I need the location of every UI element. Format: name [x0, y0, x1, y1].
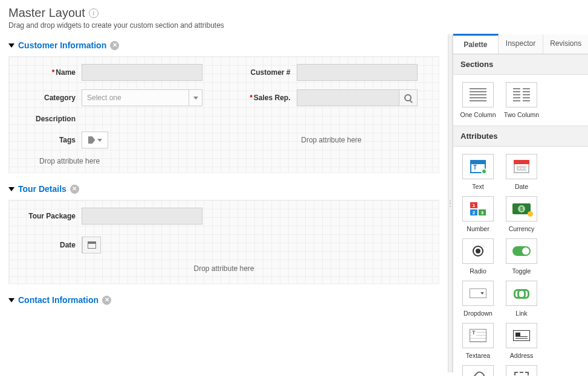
tab-palette[interactable]: Palette — [453, 34, 499, 54]
link-icon — [514, 289, 529, 298]
toggle-icon — [512, 246, 531, 256]
widget-toggle[interactable]: Toggle — [504, 238, 539, 275]
widget-one-column[interactable]: One Column — [460, 82, 496, 118]
calendar-icon — [88, 241, 96, 249]
field-label: Tags — [59, 136, 76, 144]
page-subtitle: Drag and drop widgets to create your cus… — [8, 21, 580, 30]
name-input[interactable] — [82, 64, 202, 81]
text-icon — [470, 160, 486, 173]
section-tour-details: Tour Details ✕ Tour Package Date — [8, 184, 439, 284]
widget-text[interactable]: Text — [460, 154, 496, 190]
calendar-button[interactable] — [83, 237, 101, 253]
tags-input[interactable] — [82, 132, 108, 148]
field-label: Sales Rep. — [254, 94, 291, 102]
section-title[interactable]: Contact Information — [18, 295, 99, 305]
widget-spacer[interactable]: Spacer — [504, 365, 539, 376]
tag-icon — [88, 136, 95, 144]
field-label: Description — [36, 115, 76, 123]
info-icon[interactable]: i — [89, 8, 99, 18]
two-column-icon — [513, 88, 530, 101]
field-label: Category — [44, 94, 76, 102]
remove-section-icon[interactable]: ✕ — [110, 41, 119, 50]
spacer-icon — [514, 372, 529, 376]
sales-rep-input[interactable] — [297, 89, 399, 106]
number-icon: 123 — [470, 202, 486, 215]
field-label: Name — [56, 68, 76, 77]
panel-heading-sections: Sections — [453, 54, 588, 75]
page-title: Master Layout — [8, 6, 85, 20]
resize-handle[interactable]: ⋮ — [448, 34, 453, 372]
field-label: Date — [60, 241, 76, 249]
section-customer-information: Customer Information ✕ *Name Customer # — [8, 40, 439, 173]
remove-section-icon[interactable]: ✕ — [102, 296, 111, 305]
chevron-down-icon — [193, 97, 198, 100]
date-icon — [514, 160, 529, 173]
select-placeholder: Select one — [87, 94, 121, 102]
collapse-icon[interactable] — [8, 187, 15, 191]
drop-hint[interactable]: Drop attribute here — [301, 136, 361, 144]
field-label: Customer # — [250, 68, 290, 77]
radio-icon — [473, 246, 483, 257]
address-icon — [513, 330, 530, 341]
search-button[interactable] — [399, 89, 418, 106]
drop-hint[interactable]: Drop attribute here — [39, 157, 433, 165]
canvas[interactable]: Customer Information ✕ *Name Customer # — [0, 34, 448, 372]
panel-heading-attributes: Attributes — [453, 126, 588, 147]
customer-number-input[interactable] — [297, 64, 418, 81]
section-contact-information: Contact Information ✕ — [8, 295, 439, 305]
drop-hint[interactable]: Drop attribute here — [15, 264, 433, 273]
widget-date[interactable]: Date — [504, 154, 539, 190]
dropdown-icon — [470, 288, 486, 298]
textarea-icon — [470, 329, 486, 342]
widget-two-column[interactable]: Two Column — [504, 82, 539, 118]
field-label: Tour Package — [28, 212, 76, 220]
category-select[interactable]: Select one — [82, 89, 202, 106]
collapse-icon[interactable] — [8, 298, 15, 302]
tour-package-input[interactable] — [82, 208, 202, 225]
tab-inspector[interactable]: Inspector — [499, 34, 544, 54]
currency-icon — [512, 203, 531, 214]
section-title[interactable]: Tour Details — [18, 184, 66, 194]
page-header: Master Layout i Drag and drop widgets to… — [0, 0, 588, 34]
widget-link[interactable]: Link — [504, 281, 539, 317]
widget-number[interactable]: 123Number — [460, 196, 496, 232]
remove-section-icon[interactable]: ✕ — [70, 185, 79, 194]
widget-textarea[interactable]: Textarea — [460, 323, 496, 359]
collapse-icon[interactable] — [8, 43, 15, 48]
widget-radio[interactable]: Radio — [460, 238, 496, 275]
side-panel: Palette Inspector Revisions Sections One… — [453, 34, 588, 372]
one-column-icon — [470, 88, 486, 101]
tab-revisions[interactable]: Revisions — [543, 34, 588, 54]
section-title[interactable]: Customer Information — [18, 40, 106, 50]
search-icon — [404, 94, 412, 101]
file-icon — [473, 371, 483, 376]
widget-address[interactable]: Address — [504, 323, 539, 359]
tabs: Palette Inspector Revisions — [453, 34, 588, 54]
widget-file[interactable]: File — [460, 365, 496, 376]
widget-dropdown[interactable]: Dropdown — [460, 281, 496, 317]
chevron-down-icon — [97, 139, 102, 142]
widget-currency[interactable]: Currency — [504, 196, 539, 232]
